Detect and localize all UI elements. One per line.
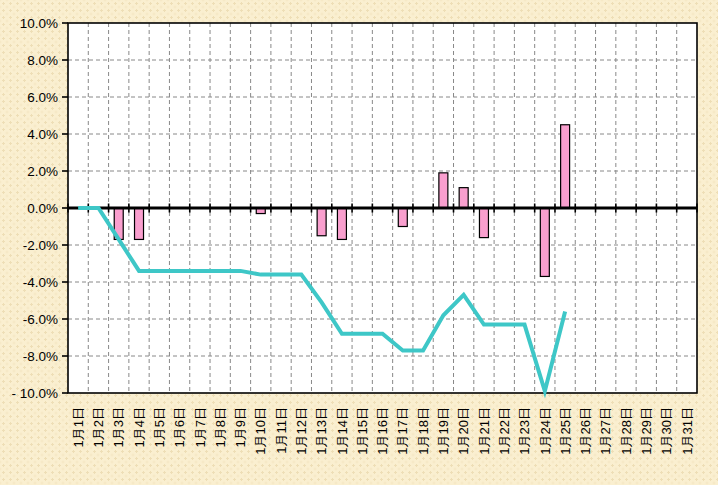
x-axis-label: 1月18日	[416, 407, 431, 455]
x-axis-label: 1月16日	[375, 407, 390, 455]
bar	[439, 173, 448, 208]
x-axis-label: 1月8日	[213, 407, 228, 447]
y-axis-label: 6.0%	[27, 90, 58, 105]
bar	[459, 188, 468, 208]
y-axis-label: 0.0%	[27, 201, 58, 216]
x-axis-label: 1月12日	[294, 407, 309, 455]
y-axis-label: - 10.0%	[11, 386, 58, 401]
x-axis-label: 1月15日	[355, 407, 370, 455]
bar	[337, 208, 346, 239]
y-axis-label: -6.0%	[23, 312, 58, 327]
y-axis-label: 2.0%	[27, 164, 58, 179]
x-axis-label: 1月3日	[111, 407, 126, 447]
x-axis-label: 1月1日	[71, 407, 86, 447]
x-axis-label: 1月29日	[639, 407, 654, 455]
y-axis-label: 10.0%	[20, 16, 58, 31]
x-axis-label: 1月31日	[680, 407, 695, 455]
x-axis-labels: 1月1日1月2日1月3日1月4日1月5日1月6日1月7日1月8日1月9日1月10…	[71, 407, 695, 455]
bar	[540, 208, 549, 276]
x-axis-label: 1月11日	[274, 407, 289, 454]
x-axis-label: 1月9日	[233, 407, 248, 447]
x-axis-label: 1月2日	[91, 407, 106, 447]
x-axis-label: 1月22日	[497, 407, 512, 455]
y-axis-label: 4.0%	[27, 127, 58, 142]
bar	[398, 208, 407, 227]
y-axis-label: -2.0%	[23, 238, 58, 253]
x-axis-label: 1月26日	[578, 407, 593, 455]
y-axis: 10.0%8.0%6.0%4.0%2.0%0.0%-2.0%-4.0%-6.0%…	[11, 16, 68, 401]
x-axis-label: 1月17日	[395, 407, 410, 455]
x-axis-label: 1月13日	[314, 407, 329, 455]
x-axis-label: 1月5日	[152, 407, 167, 447]
bar	[479, 208, 488, 238]
y-axis-label: -4.0%	[23, 275, 58, 290]
x-axis-label: 1月28日	[619, 407, 634, 455]
x-axis-label: 1月30日	[659, 407, 674, 455]
chart-canvas: 10.0%8.0%6.0%4.0%2.0%0.0%-2.0%-4.0%-6.0%…	[0, 0, 718, 485]
x-axis-label: 1月4日	[132, 407, 147, 447]
x-axis-label: 1月24日	[538, 407, 553, 455]
bar	[317, 208, 326, 236]
x-axis-label: 1月7日	[193, 407, 208, 447]
bar	[135, 208, 144, 239]
x-axis-label: 1月14日	[335, 407, 350, 455]
x-axis-label: 1月23日	[517, 407, 532, 455]
x-axis-label: 1月20日	[456, 407, 471, 455]
x-axis-label: 1月10日	[253, 407, 268, 455]
x-axis-label: 1月25日	[558, 407, 573, 455]
daily-cumulative-percent-chart: 10.0%8.0%6.0%4.0%2.0%0.0%-2.0%-4.0%-6.0%…	[0, 0, 718, 485]
x-axis-label: 1月21日	[477, 407, 492, 455]
x-axis-label: 1月6日	[172, 407, 187, 447]
y-axis-label: -8.0%	[23, 349, 58, 364]
y-axis-label: 8.0%	[27, 53, 58, 68]
bar	[561, 125, 570, 208]
chart-page: 10.0%8.0%6.0%4.0%2.0%0.0%-2.0%-4.0%-6.0%…	[0, 0, 718, 485]
x-axis-label: 1月19日	[436, 407, 451, 455]
x-axis-label: 1月27日	[598, 407, 613, 455]
